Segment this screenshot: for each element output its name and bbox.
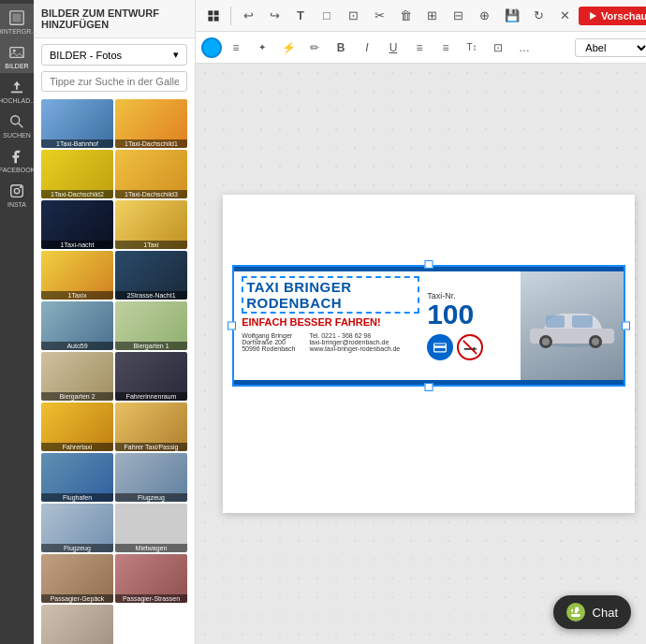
more-btn[interactable]: … xyxy=(512,36,536,60)
distribute-btn[interactable]: ⊟ xyxy=(446,4,470,28)
separator xyxy=(230,7,231,25)
align-right-btn[interactable]: ≡ xyxy=(433,36,458,60)
align-btn[interactable]: ⊞ xyxy=(419,4,444,28)
list-item[interactable]: Passagier-Strassen xyxy=(115,554,187,603)
resize-handle-left[interactable] xyxy=(228,322,236,330)
pencil-btn[interactable]: ✏ xyxy=(302,36,327,60)
undo-btn[interactable]: ↩ xyxy=(236,4,260,28)
svg-rect-16 xyxy=(434,345,447,347)
bc-title-wrapper[interactable]: TAXI BRINGER RODENBACH xyxy=(242,276,419,314)
list-item[interactable]: Flugzeug xyxy=(41,504,113,552)
svg-marker-14 xyxy=(590,12,596,20)
align-center-btn[interactable]: ≡ xyxy=(407,36,432,60)
list-item[interactable]: Mietwagen xyxy=(115,504,187,552)
payment-icon xyxy=(427,334,453,360)
save-btn[interactable]: 💾 xyxy=(500,4,524,28)
sidebar-label-insta: INSTA xyxy=(7,201,26,208)
text-btn[interactable]: T xyxy=(288,4,313,28)
redo-btn[interactable]: ↪ xyxy=(262,4,286,28)
bc-content: TAXI BRINGER RODENBACH EINFACH BESSER FA… xyxy=(234,271,624,380)
list-item[interactable]: Biergarten 1 xyxy=(115,301,187,350)
list-item[interactable]: 1Taxi-Dachschild3 xyxy=(115,150,187,198)
list-item[interactable]: Auto59 xyxy=(41,301,113,350)
font-select[interactable]: Abel xyxy=(575,38,646,57)
sidebar-item-instagram[interactable]: INSTA xyxy=(0,177,34,212)
sidebar-item-facebook[interactable]: FACEBOOK xyxy=(0,142,34,177)
list-item[interactable]: Fahrer Taxi/Passig xyxy=(115,402,187,451)
svg-point-8 xyxy=(14,188,19,193)
list-item[interactable]: 1Taxi-nacht xyxy=(41,200,113,249)
resize-handle-right[interactable] xyxy=(622,322,630,330)
svg-point-3 xyxy=(13,50,16,52)
image-label: 1Taxix xyxy=(41,291,113,300)
top-toolbar: ↩ ↪ T □ ⊡ ✂ 🗑 ⊞ ⊟ ⊕ 💾 ↻ ✕ Vorschau xyxy=(196,0,646,32)
list-item[interactable]: Flughafen xyxy=(41,453,113,502)
svg-rect-4 xyxy=(11,92,23,94)
svg-point-26 xyxy=(542,338,550,345)
bold-btn[interactable]: B xyxy=(329,36,353,60)
image-category-dropdown[interactable]: BILDER - Fotos ▾ xyxy=(41,44,187,66)
image-label: Passagier-Gepäck xyxy=(41,594,113,603)
list-item[interactable]: 2Strasse-Nacht1 xyxy=(115,251,187,300)
bc-icons-row xyxy=(427,334,483,360)
list-item[interactable]: Fahrerinnenraum xyxy=(115,352,187,401)
sidebar-item-suchen[interactable]: SUCHEN xyxy=(0,108,34,142)
svg-point-5 xyxy=(11,116,20,124)
business-card-container[interactable]: TAXI BRINGER RODENBACH EINFACH BESSER FA… xyxy=(232,265,625,387)
sidebar-item-hintergrund[interactable]: HINTERGR... xyxy=(0,4,34,38)
image-label: Mietwagen xyxy=(115,544,187,552)
grid-btn[interactable] xyxy=(201,4,226,28)
business-card[interactable]: TAXI BRINGER RODENBACH EINFACH BESSER FA… xyxy=(232,265,625,387)
preview-button[interactable]: Vorschau xyxy=(579,7,646,25)
refresh-btn[interactable]: ↻ xyxy=(526,4,551,28)
bc-left-content: TAXI BRINGER RODENBACH EINFACH BESSER FA… xyxy=(234,271,427,380)
resize-handle-top[interactable] xyxy=(425,260,433,269)
no-smoking-icon xyxy=(457,334,483,360)
bc-street: Dorfstraße 200 xyxy=(242,339,295,345)
image-search-input[interactable] xyxy=(41,71,187,92)
bc-contact-right: Tel. 0221 - 368 62 98 taxi-bringer@roden… xyxy=(309,332,400,352)
bc-taxi-nr-number: 100 xyxy=(427,300,474,329)
cut-btn[interactable]: ✂ xyxy=(367,4,391,28)
sidebar-item-bilder[interactable]: BILDER xyxy=(0,38,34,73)
bc-web: www.taxi-bringer-rodenbach.de xyxy=(309,345,400,352)
image-label: Biergarten 2 xyxy=(41,392,113,401)
image-label: Flugzeug xyxy=(41,544,113,552)
svg-rect-23 xyxy=(546,315,565,328)
svg-rect-10 xyxy=(208,10,213,15)
bc-contact-left: Wolfgang Bringer Dorfstraße 200 50996 Ro… xyxy=(242,332,295,352)
text-size-btn[interactable]: T↕ xyxy=(460,36,484,60)
list-item[interactable]: 1Taxix xyxy=(41,251,113,300)
canvas-area[interactable]: TAXI BRINGER RODENBACH EINFACH BESSER FA… xyxy=(196,64,646,644)
list-item[interactable]: 1Taxi-Dachschild1 xyxy=(115,99,187,148)
duplicate-btn[interactable]: ⊡ xyxy=(341,4,365,28)
image-label: 1Taxi-Dachschild3 xyxy=(115,190,187,198)
sidebar-item-hochladen[interactable]: HOCHLAD... xyxy=(0,73,34,108)
list-item[interactable]: Biergarten 2 xyxy=(41,352,113,401)
list-item[interactable]: Passagier-Gepäck xyxy=(41,554,113,603)
list-item[interactable]: Passagier-Strasse2 xyxy=(41,605,113,644)
delete-btn[interactable]: 🗑 xyxy=(393,4,418,28)
canvas-page: TAXI BRINGER RODENBACH EINFACH BESSER FA… xyxy=(223,195,635,513)
close-btn[interactable]: ✕ xyxy=(552,4,577,28)
preview-label: Vorschau xyxy=(601,10,646,22)
lightning-btn[interactable]: ⚡ xyxy=(276,36,301,60)
underline-btn[interactable]: U xyxy=(381,36,405,60)
list-item[interactable]: Flugzeug xyxy=(115,453,187,502)
align-left-btn[interactable]: ≡ xyxy=(224,36,248,60)
list-item[interactable]: 1Taxi xyxy=(115,200,187,249)
list-item[interactable]: 1Taxi-Bahnhof xyxy=(41,99,113,148)
shape-btn[interactable]: □ xyxy=(315,4,339,28)
list-item[interactable]: 1Taxi-Dachschild2 xyxy=(41,150,113,198)
svg-rect-13 xyxy=(214,16,219,21)
color-picker-btn[interactable] xyxy=(201,37,222,58)
chat-button[interactable]: Chat xyxy=(553,595,631,629)
layers-btn[interactable]: ⊕ xyxy=(472,4,496,28)
image-label: Passagier-Strassen xyxy=(115,594,187,603)
resize-handle-bottom[interactable] xyxy=(425,383,433,391)
image-fit-btn[interactable]: ⊡ xyxy=(486,36,510,60)
italic-btn[interactable]: I xyxy=(355,36,379,60)
bullet-btn[interactable]: ✦ xyxy=(250,36,274,60)
shopify-icon xyxy=(566,603,585,622)
list-item[interactable]: Fahrertaxi xyxy=(41,402,113,451)
